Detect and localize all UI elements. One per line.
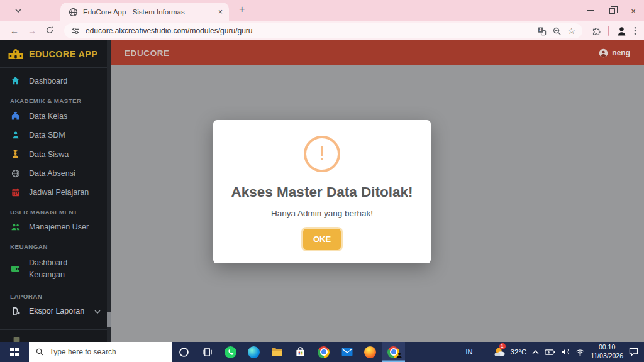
url-text[interactable]: educore.alxcreativestudio.com/modules/gu…	[86, 26, 531, 35]
reload-button[interactable]	[43, 26, 57, 36]
home-icon	[10, 76, 21, 85]
language-indicator[interactable]: IN	[466, 348, 473, 356]
sidebar-item-data-absensi[interactable]: Data Absensi	[0, 164, 111, 183]
windows-logo-icon	[10, 348, 19, 356]
school-icon	[10, 111, 21, 121]
taskbar-app-chrome[interactable]	[312, 342, 335, 362]
search-icon	[36, 348, 44, 356]
extensions-icon[interactable]	[591, 26, 601, 36]
taskbar-app-whatsapp[interactable]	[219, 342, 242, 362]
modal-title: Akses Master Data Ditolak!	[213, 184, 431, 200]
window-controls: ×	[580, 0, 644, 21]
sidebar-item-data-siswa[interactable]: Data Siswa	[0, 145, 111, 164]
oke-button[interactable]: OKE	[303, 229, 341, 250]
battery-icon[interactable]	[545, 349, 555, 356]
start-button[interactable]	[0, 342, 29, 362]
web-page: EDUCORE APP Dashboard AKADEMIK & MASTER …	[0, 40, 644, 342]
minimize-button[interactable]	[580, 0, 601, 21]
taskbar-app-chrome-active[interactable]	[382, 342, 405, 362]
warning-icon: !	[304, 136, 340, 172]
chevron-up-icon[interactable]	[532, 350, 539, 354]
back-button[interactable]: ←	[8, 26, 21, 36]
user-menu[interactable]: neng	[599, 48, 630, 58]
file-export-icon	[10, 307, 21, 315]
action-center-icon[interactable]	[629, 348, 638, 356]
notification-badge: 1	[499, 343, 506, 349]
sidebar-section-keuangan: KEUANGAN	[0, 236, 111, 252]
chevron-down-icon	[15, 9, 21, 13]
minimize-icon	[587, 10, 594, 11]
sidebar-item-jadwal-pelajaran[interactable]: Jadwal Pelajaran	[0, 183, 111, 202]
globe-icon	[10, 169, 21, 178]
wifi-icon[interactable]	[575, 349, 585, 356]
taskbar-app-firefox[interactable]	[358, 342, 382, 362]
clock-date: 11/03/2026	[591, 352, 623, 361]
whatsapp-icon	[225, 346, 236, 358]
taskbar-app-store[interactable]	[289, 342, 312, 362]
users-icon	[10, 222, 21, 231]
sidebar-item-dashboard[interactable]: Dashboard	[0, 71, 111, 90]
bookmark-star-icon[interactable]: ☆	[567, 26, 575, 36]
sidebar-item-ekspor-laporan[interactable]: Ekspor Laporan	[0, 302, 111, 321]
tab-strip: EduCore App - Sistem Informas × + ×	[0, 0, 644, 21]
main-area: EDUCORE neng ! Akses Master Data Ditolak…	[111, 40, 644, 342]
sidebar-item-label: Jadwal Pelajaran	[29, 188, 89, 197]
zoom-icon[interactable]	[552, 26, 562, 36]
volume-icon[interactable]	[561, 348, 570, 356]
sidebar: EDUCORE APP Dashboard AKADEMIK & MASTER …	[0, 40, 111, 342]
sidebar-item-data-sdm[interactable]: Data SDM	[0, 126, 111, 145]
edge-icon	[248, 346, 260, 358]
sidebar-divider	[0, 329, 111, 330]
taskbar-app-file-explorer[interactable]	[265, 342, 289, 362]
sidebar-brand[interactable]: EDUCORE APP	[0, 40, 111, 67]
toolbar-actions	[590, 26, 636, 36]
restore-icon	[609, 8, 615, 14]
mail-icon	[341, 348, 353, 356]
browser-tab[interactable]: EduCore App - Sistem Informas ×	[60, 3, 229, 21]
modal-message: Hanya Admin yang berhak!	[213, 209, 431, 218]
site-settings-icon	[71, 26, 80, 35]
store-icon	[295, 347, 306, 358]
sidebar-item-partial-icon	[13, 335, 21, 342]
forward-button[interactable]: →	[25, 26, 39, 36]
browser-menu-icon[interactable]	[634, 26, 636, 35]
weather-widget[interactable]: 1 32°C	[493, 346, 527, 358]
sidebar-item-manajemen-user[interactable]: Manajemen User	[0, 217, 111, 236]
person-icon	[10, 131, 21, 140]
username-label: neng	[612, 48, 630, 57]
taskbar-app-task-view[interactable]	[196, 342, 219, 362]
chrome-icon	[318, 346, 330, 358]
search-input[interactable]	[50, 348, 165, 356]
sidebar-item-dashboard-keuangan[interactable]: Dashboard Keuangan	[0, 252, 111, 286]
browser-toolbar: ← → educore.alxcreativestudio.com/module…	[0, 21, 644, 40]
task-view-icon	[202, 348, 213, 357]
wallet-icon	[10, 265, 21, 273]
svg-text:A: A	[540, 28, 543, 32]
tab-search-button[interactable]	[10, 4, 26, 17]
sidebar-brand-label: EDUCORE APP	[29, 49, 97, 59]
profile-badge-icon	[396, 349, 402, 361]
taskbar-search[interactable]	[29, 342, 172, 362]
sidebar-item-data-kelas[interactable]: Data Kelas	[0, 106, 111, 126]
restore-button[interactable]	[601, 0, 623, 21]
address-bar[interactable]: educore.alxcreativestudio.com/modules/gu…	[64, 23, 582, 38]
translate-icon[interactable]: A	[537, 26, 547, 36]
exclamation-mark: !	[319, 141, 325, 165]
sidebar-item-label: Ekspor Laporan	[29, 307, 84, 315]
school-building-logo-icon	[8, 48, 23, 59]
taskbar-app-edge[interactable]	[242, 342, 265, 362]
user-circle-icon	[599, 48, 608, 58]
sidebar-item-label: Data Absensi	[29, 169, 75, 178]
chevron-down-icon[interactable]	[94, 307, 101, 315]
toolbar-divider	[608, 26, 609, 36]
clock-widget[interactable]: 00.10 11/03/2026	[591, 343, 623, 360]
file-explorer-icon	[271, 347, 283, 357]
sidebar-item-label: Manajemen User	[29, 222, 89, 231]
close-button[interactable]: ×	[623, 0, 644, 21]
profile-avatar-icon[interactable]	[616, 26, 627, 36]
tab-close-icon[interactable]: ×	[218, 8, 223, 16]
taskbar-app-mail[interactable]	[335, 342, 358, 362]
taskbar-app-cortana[interactable]	[172, 342, 196, 362]
new-tab-button[interactable]: +	[239, 4, 245, 14]
cortana-icon	[179, 347, 189, 358]
